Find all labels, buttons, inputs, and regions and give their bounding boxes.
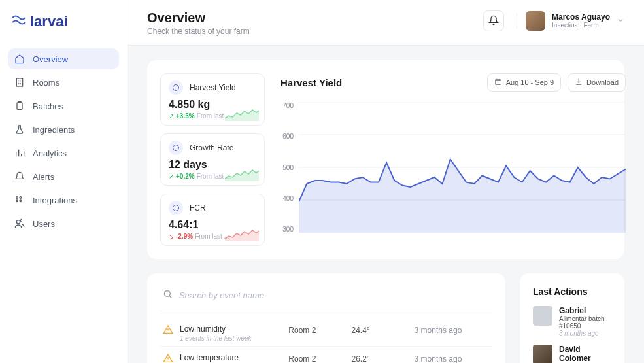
event-room: Room 2 (288, 353, 351, 363)
event-temp: 24.4° (351, 324, 414, 335)
event-sub: 1 events in the last week (180, 335, 252, 342)
event-time: 3 months ago (415, 324, 490, 335)
metrics-column: Harvest Yield4.850 kg↗+3.5% From last ..… (160, 73, 265, 246)
sidebar-item-label: Batches (33, 101, 63, 111)
overview-panel: Harvest Yield4.850 kg↗+3.5% From last ..… (147, 60, 624, 259)
avatar (533, 345, 552, 363)
sidebar-item-label: Overview (33, 54, 68, 64)
bars-icon (14, 148, 25, 158)
chart-title: Harvest Yield (280, 77, 342, 88)
sparkline (225, 227, 259, 241)
metric-change: -2.9% (176, 233, 193, 240)
header: Overview Check the status of your farm M… (127, 0, 644, 46)
metric-icon (169, 201, 183, 215)
svg-rect-1 (17, 103, 22, 110)
svg-rect-10 (495, 80, 501, 85)
avatar (526, 11, 545, 31)
y-tick: 600 (280, 133, 294, 140)
sidebar-item-label: Rooms (33, 78, 59, 88)
sidebar-item-analytics[interactable]: Analytics (8, 143, 119, 164)
sidebar-item-label: Ingredients (33, 125, 75, 135)
flask-icon (14, 124, 25, 135)
bell-icon (488, 15, 499, 27)
sidebar-item-alerts[interactable]: Alerts (8, 166, 119, 187)
metric-icon (169, 141, 183, 155)
clipboard-icon (14, 101, 25, 111)
sidebar-item-batches[interactable]: Batches (8, 95, 119, 116)
warning-icon (163, 324, 173, 342)
download-label: Download (586, 78, 619, 86)
svg-point-7 (173, 85, 179, 91)
chevron-down-icon (617, 15, 624, 27)
user-name: Marcos Aguayo (552, 13, 610, 22)
search-icon (163, 289, 173, 302)
svg-point-3 (20, 197, 22, 199)
date-range-button[interactable]: Aug 10 - Sep 9 (487, 73, 561, 92)
bell-icon (14, 171, 25, 182)
y-tick: 300 (280, 226, 294, 233)
metric-change: +0.2% (176, 173, 195, 180)
metric-title: Growth Rate (190, 143, 233, 152)
download-button[interactable]: Download (568, 73, 626, 92)
event-row[interactable]: Low temperature1 events in the last week… (160, 347, 492, 363)
metric-card[interactable]: FCR4.64:1↘-2.9% From last ... (160, 194, 265, 246)
svg-point-4 (16, 200, 18, 202)
user-menu[interactable]: Marcos Aguayo Insectius - Farm (526, 11, 624, 31)
sidebar-item-integrations[interactable]: Integrations (8, 190, 119, 211)
nav: OverviewRoomsBatchesIngredientsAnalytics… (8, 48, 119, 234)
divider (515, 13, 515, 29)
svg-point-2 (16, 197, 18, 199)
sidebar-item-label: Users (33, 219, 55, 229)
page-title: Overview (147, 10, 250, 26)
svg-point-9 (173, 205, 179, 211)
trend-icon: ↗ (169, 173, 174, 180)
action-item[interactable]: GabrielAlimentar batch #106503 months ag… (533, 306, 611, 337)
action-name: David Colomer (559, 345, 611, 363)
y-tick: 500 (280, 164, 294, 171)
event-time: 3 months ago (415, 353, 490, 363)
avatar (533, 306, 552, 326)
sidebar-item-ingredients[interactable]: Ingredients (8, 119, 119, 140)
metric-card[interactable]: Harvest Yield4.850 kg↗+3.5% From last ..… (160, 73, 265, 126)
metric-card[interactable]: Growth Rate12 days↗+0.2% From last ... (160, 133, 265, 186)
brand-text: larvai (30, 13, 68, 30)
event-room: Room 2 (288, 324, 351, 335)
users-icon (14, 218, 25, 229)
brand-logo: larvai (8, 13, 119, 30)
last-actions-panel: Last Actions GabrielAlimentar batch #106… (520, 273, 624, 363)
sidebar-item-label: Integrations (33, 196, 77, 205)
action-item[interactable]: David ColomerAlimentar batch #10650 (533, 345, 611, 363)
event-name: Low humidity (180, 324, 252, 334)
actions-list: GabrielAlimentar batch #106503 months ag… (533, 306, 611, 363)
search-input[interactable] (179, 290, 490, 300)
chart-svg (299, 102, 626, 233)
notifications-button[interactable] (483, 10, 504, 31)
events-panel: Low humidity1 events in the last weekRoo… (147, 273, 505, 363)
chart-y-axis: 700600500400300 (280, 102, 299, 233)
page-subtitle: Check the status of your farm (147, 27, 250, 36)
user-org: Insectius - Farm (552, 22, 610, 29)
date-range-label: Aug 10 - Sep 9 (506, 78, 554, 86)
sidebar-item-users[interactable]: Users (8, 213, 119, 234)
event-temp: 26.2° (351, 353, 414, 363)
svg-point-6 (16, 220, 20, 224)
y-tick: 400 (280, 195, 294, 202)
trend-icon: ↘ (169, 233, 174, 240)
sidebar-item-label: Alerts (33, 172, 54, 182)
sparkline (225, 107, 259, 121)
last-actions-title: Last Actions (533, 286, 611, 297)
y-tick: 700 (280, 102, 294, 109)
svg-point-15 (165, 291, 171, 297)
event-name: Low temperature (180, 353, 252, 362)
metric-icon (169, 80, 183, 95)
brand-icon (12, 13, 26, 30)
warning-icon (163, 353, 173, 363)
sidebar-item-rooms[interactable]: Rooms (8, 72, 119, 93)
sidebar-item-overview[interactable]: Overview (8, 48, 119, 69)
event-row[interactable]: Low humidity1 events in the last weekRoo… (160, 318, 492, 347)
metric-title: FCR (190, 203, 206, 213)
svg-rect-0 (16, 78, 22, 86)
events-list: Low humidity1 events in the last weekRoo… (160, 318, 492, 363)
chart-area: Harvest Yield Aug 10 - Sep 9 Download (280, 73, 626, 246)
svg-point-8 (173, 145, 179, 151)
